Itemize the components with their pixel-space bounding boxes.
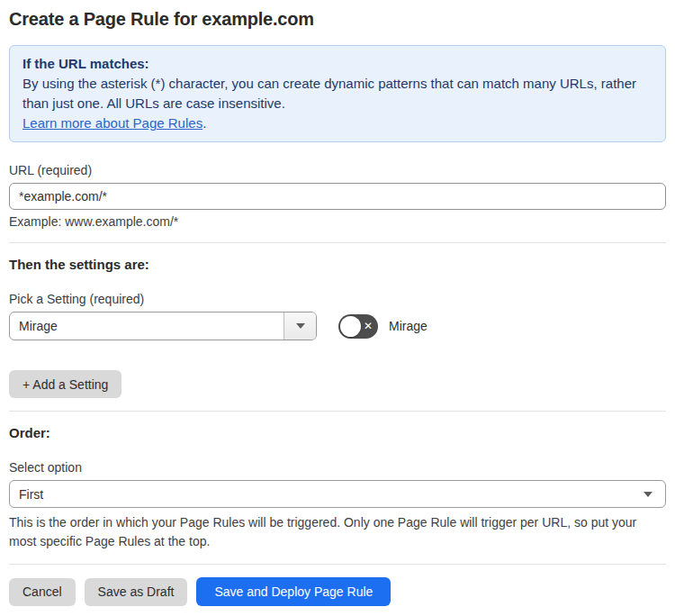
callout-link-line: Learn more about Page Rules. <box>22 113 652 133</box>
url-example-helper: Example: www.example.com/* <box>9 213 666 230</box>
url-field-label: URL (required) <box>9 162 666 178</box>
setting-picker-row: Mirage ✕ Mirage <box>9 312 666 340</box>
divider <box>9 564 666 565</box>
chevron-down-icon <box>644 492 652 497</box>
add-setting-button[interactable]: + Add a Setting <box>9 370 122 398</box>
order-select[interactable]: First <box>9 480 666 508</box>
toggle-label: Mirage <box>389 319 428 333</box>
order-select-label: Select option <box>9 459 666 476</box>
link-suffix: . <box>202 115 206 131</box>
mirage-toggle[interactable]: ✕ <box>338 314 378 339</box>
divider <box>9 411 666 412</box>
order-section-heading: Order: <box>9 424 666 441</box>
cancel-button[interactable]: Cancel <box>9 578 76 606</box>
setting-select[interactable]: Mirage <box>9 312 317 340</box>
callout-heading: If the URL matches: <box>22 54 652 74</box>
page-title: Create a Page Rule for example.com <box>9 7 666 31</box>
divider <box>9 242 666 243</box>
toggle-off-x-icon: ✕ <box>364 314 373 339</box>
toggle-knob <box>340 316 361 337</box>
chevron-down-icon <box>296 323 305 329</box>
order-select-value: First <box>19 487 43 502</box>
setting-select-value: Mirage <box>10 313 284 340</box>
setting-select-arrow-button[interactable] <box>284 313 316 340</box>
learn-more-link[interactable]: Learn more about Page Rules <box>22 115 202 131</box>
pick-setting-label: Pick a Setting (required) <box>9 291 666 307</box>
save-and-deploy-button[interactable]: Save and Deploy Page Rule <box>196 577 391 606</box>
url-input[interactable] <box>9 183 666 210</box>
url-matches-info-callout: If the URL matches: By using the asteris… <box>9 45 666 142</box>
order-helper-text: This is the order in which your Page Rul… <box>9 513 666 551</box>
form-actions: Cancel Save as Draft Save and Deploy Pag… <box>9 577 666 606</box>
settings-section-heading: Then the settings are: <box>9 256 666 273</box>
save-as-draft-button[interactable]: Save as Draft <box>85 578 188 606</box>
callout-body-text: By using the asterisk (*) character, you… <box>22 74 652 113</box>
